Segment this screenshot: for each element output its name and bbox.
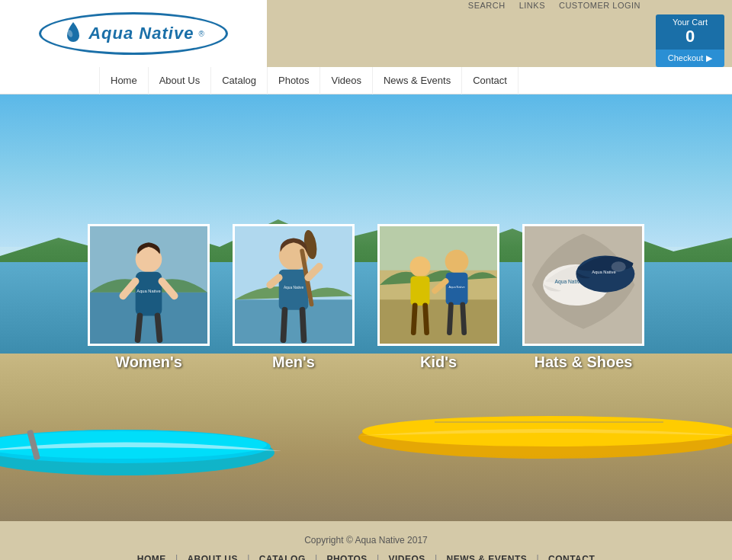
womens-image: Aqua Native [88, 224, 210, 346]
mens-image: Aqua Native [233, 224, 355, 346]
nav-home[interactable]: Home [99, 67, 149, 94]
svg-rect-25 [380, 299, 497, 344]
hats-shoes-label: Hats & Shoes [535, 354, 633, 371]
svg-text:Aqua Native: Aqua Native [136, 289, 160, 293]
logo-icon [63, 21, 84, 46]
footer-nav-videos[interactable]: VIDEOS [379, 554, 434, 560]
kayak-teal-icon [0, 384, 305, 491]
kids-label: Kid's [420, 354, 457, 371]
header: Aqua Native ® SEARCH LINKS CUSTOMER LOGI… [0, 0, 732, 67]
category-womens[interactable]: Aqua Native Women's [88, 224, 210, 371]
cart-count: 0 [663, 27, 717, 46]
footer-nav: HOME | ABOUT US | CATALOG | PHOTOS | VID… [0, 553, 732, 560]
cart-label: Your Cart [673, 18, 708, 27]
top-links: SEARCH LINKS CUSTOMER LOGIN [468, 1, 640, 10]
nav-news-events[interactable]: News & Events [373, 67, 462, 94]
categories-container: Aqua Native Women's [0, 224, 732, 371]
svg-point-29 [445, 250, 469, 274]
checkout-label: Checkout [668, 53, 703, 62]
svg-text:Aqua Native: Aqua Native [284, 286, 303, 290]
customer-login-link[interactable]: CUSTOMER LOGIN [559, 1, 640, 10]
category-kids[interactable]: Aqua Native Kid's [377, 224, 499, 371]
womens-label: Women's [115, 354, 182, 371]
svg-rect-18 [279, 270, 309, 310]
footer: Copyright © Aqua Native 2017 HOME | ABOU… [0, 521, 732, 560]
nav-bar: Home About Us Catalog Photos Videos News… [0, 67, 732, 94]
hero-section: Aqua Native Women's [0, 94, 732, 521]
logo: Aqua Native ® [39, 12, 228, 55]
footer-copyright: Copyright © Aqua Native 2017 [0, 535, 732, 546]
category-mens[interactable]: Aqua Native Men's [233, 224, 355, 371]
nav-catalog[interactable]: Catalog [211, 67, 268, 94]
nav-about[interactable]: About Us [149, 67, 211, 94]
kids-image: Aqua Native [377, 224, 499, 346]
checkout-button[interactable]: Checkout ▶ [656, 50, 724, 67]
nav-contact[interactable]: Contact [462, 67, 518, 94]
svg-rect-28 [410, 276, 429, 306]
logo-text: Aqua Native [88, 24, 194, 43]
svg-rect-26 [380, 226, 497, 270]
cart-wrapper: Your Cart 0 Checkout ▶ [656, 14, 724, 67]
footer-nav-photos[interactable]: PHOTOS [317, 554, 376, 560]
nav-photos[interactable]: Photos [268, 67, 320, 94]
footer-nav-catalog[interactable]: CATALOG [250, 554, 315, 560]
mens-label: Men's [272, 354, 315, 371]
category-hats-shoes[interactable]: Aqua Native Aqua Native Hats & Shoes [522, 224, 644, 371]
svg-text:Aqua Native: Aqua Native [449, 286, 465, 289]
links-link[interactable]: LINKS [519, 1, 545, 10]
nav-videos[interactable]: Videos [320, 67, 373, 94]
hats-image: Aqua Native Aqua Native [522, 224, 644, 346]
svg-text:Aqua Native: Aqua Native [592, 270, 615, 274]
footer-nav-news-events[interactable]: NEWS & EVENTS [437, 554, 536, 560]
header-right: SEARCH LINKS CUSTOMER LOGIN Your Cart 0 … [468, 1, 724, 67]
footer-nav-about[interactable]: ABOUT US [178, 554, 247, 560]
svg-point-27 [409, 256, 430, 277]
footer-nav-contact[interactable]: CONTACT [539, 554, 604, 560]
logo-trademark: ® [198, 30, 204, 38]
kayak-yellow-icon [358, 384, 732, 475]
logo-area: Aqua Native ® [0, 0, 267, 67]
checkout-arrow-icon: ▶ [706, 53, 712, 63]
footer-nav-home[interactable]: HOME [128, 554, 175, 560]
search-link[interactable]: SEARCH [468, 1, 506, 10]
cart-box: Your Cart 0 [656, 14, 724, 50]
svg-rect-11 [136, 272, 162, 316]
